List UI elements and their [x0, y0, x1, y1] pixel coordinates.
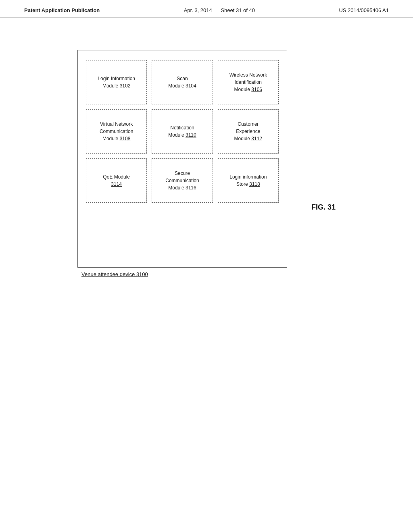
header-date: Apr. 3, 2014: [184, 7, 212, 13]
modules-grid: Login InformationModule 3102 ScanModule …: [86, 60, 279, 203]
module-customer-experience-text: CustomerExperienceModule 3112: [234, 121, 262, 141]
header-sheet: Sheet 31 of 40: [221, 7, 255, 13]
page-header: Patent Application Publication Apr. 3, 2…: [0, 0, 413, 18]
figure-label-area: FIG. 31: [287, 50, 336, 212]
module-scan-text: ScanModule 3104: [168, 76, 196, 89]
header-date-sheet: Apr. 3, 2014 Sheet 31 of 40: [184, 7, 255, 13]
module-login-information-text: Login InformationModule 3102: [98, 76, 135, 89]
module-secure-communication: SecureCommunicationModule 3116: [152, 158, 213, 203]
module-secure-communication-text: SecureCommunicationModule 3116: [165, 170, 199, 191]
module-notification: NotificationModule 3110: [152, 109, 213, 154]
module-qoe-text: QoE Module3114: [103, 174, 130, 187]
module-virtual-network: Virtual NetworkCommunicationModule 3108: [86, 109, 147, 154]
outer-box-label: Venue attendee device 3100: [81, 271, 148, 277]
module-qoe: QoE Module3114: [86, 158, 147, 203]
main-content: Login InformationModule 3102 ScanModule …: [0, 18, 413, 284]
module-login-info-store: Login informationStore 3118: [218, 158, 279, 203]
diagram-wrapper: Login InformationModule 3102 ScanModule …: [77, 50, 336, 284]
module-customer-experience: CustomerExperienceModule 3112: [218, 109, 279, 154]
module-scan: ScanModule 3104: [152, 60, 213, 104]
figure-label: FIG. 31: [311, 203, 336, 212]
module-virtual-network-text: Virtual NetworkCommunicationModule 3108: [100, 121, 133, 141]
outer-device-box: Login InformationModule 3102 ScanModule …: [77, 50, 287, 268]
header-publication-label: Patent Application Publication: [24, 7, 100, 13]
header-patent-number: US 2014/0095406 A1: [339, 7, 389, 13]
module-wireless-text: Wireless NetworkIdentificationModule 310…: [229, 72, 267, 92]
module-notification-text: NotificationModule 3110: [168, 125, 196, 138]
module-login-information: Login InformationModule 3102: [86, 60, 147, 104]
module-wireless-network: Wireless NetworkIdentificationModule 310…: [218, 60, 279, 104]
module-login-info-store-text: Login informationStore 3118: [229, 174, 267, 187]
